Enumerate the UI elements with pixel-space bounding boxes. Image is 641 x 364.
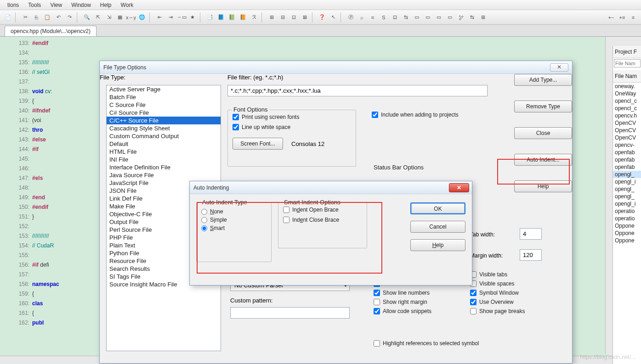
file-type-item[interactable]: C Source File <box>107 101 221 109</box>
project-file-item[interactable]: operatio <box>613 215 641 222</box>
toolbar-btn[interactable]: +≡ <box>617 12 627 22</box>
toolbar-btn[interactable]: ℛ <box>249 12 259 22</box>
file-type-item[interactable]: Active Server Page <box>107 85 221 93</box>
toolbar-btn[interactable]: ≡ <box>628 12 638 22</box>
menu-item[interactable]: Window <box>67 2 96 8</box>
toolbar-btn[interactable]: ⊞ <box>267 12 277 22</box>
toolbar-btn[interactable]: ⇱ <box>93 12 103 22</box>
close-icon[interactable]: ✕ <box>449 183 469 192</box>
tab-width-input[interactable] <box>520 228 542 240</box>
indent-open-brace-checkbox[interactable]: Indent Open Brace <box>283 207 362 213</box>
allow-snippets-checkbox[interactable]: Allow code snippets <box>374 308 438 314</box>
toolbar-btn[interactable]: x↔y <box>126 12 136 22</box>
toolbar-btn[interactable]: 📘 <box>216 12 226 22</box>
toolbar-btn[interactable]: ⌕ <box>357 12 367 22</box>
show-line-numbers-checkbox[interactable]: Show line numbers <box>374 290 438 296</box>
toolbar-btn[interactable]: ▭ <box>445 12 455 22</box>
toolbar-btn[interactable]: ▭ <box>412 12 422 22</box>
menu-item[interactable]: tions <box>3 2 23 8</box>
toolbar-btn[interactable]: ↖ <box>328 12 338 22</box>
file-type-item[interactable]: C/C++ Source File <box>107 117 221 124</box>
toolbar-btn[interactable]: ⇲ <box>104 12 114 22</box>
indent-none-radio[interactable]: None <box>201 208 267 215</box>
project-file-item[interactable]: Oppone <box>613 237 641 244</box>
project-file-item[interactable]: OneWay <box>613 90 641 97</box>
auto-indent-button[interactable]: Auto Indent... <box>514 154 572 166</box>
toolbar-btn[interactable]: ⇤ <box>154 12 165 22</box>
project-file-item[interactable]: openfab <box>613 163 641 171</box>
project-file-item[interactable]: OpenCV <box>613 119 641 127</box>
file-type-item[interactable]: Batch File <box>107 93 221 101</box>
project-file-item[interactable]: Oppone <box>613 230 641 237</box>
paste-icon[interactable]: 📋 <box>42 12 52 22</box>
cut-icon[interactable]: ✂ <box>20 12 30 22</box>
margin-width-input[interactable] <box>520 249 542 261</box>
toolbar-btn[interactable]: 📙 <box>238 12 248 22</box>
toolbar-btn[interactable]: ⊡ <box>390 12 400 22</box>
page-breaks-checkbox[interactable]: Show page breaks <box>470 308 525 314</box>
toolbar-btn[interactable]: 📄 <box>3 12 13 22</box>
toolbar-btn[interactable]: +− <box>606 12 616 22</box>
menu-item[interactable]: Work <box>116 2 138 8</box>
help-button[interactable]: Help <box>410 239 465 251</box>
toolbar-btn[interactable]: ⊞ <box>478 12 488 22</box>
custom-pattern-input[interactable] <box>230 307 350 319</box>
toolbar-btn[interactable]: 📗 <box>227 12 237 22</box>
highlight-refs-checkbox[interactable]: Highlight references to selected symbol <box>374 340 479 347</box>
project-file-item[interactable]: oneway. <box>613 83 641 90</box>
document-tab[interactable]: opencv.hpp (Module\...\opencv2) <box>5 26 96 36</box>
redo-icon[interactable]: ↷ <box>64 12 74 22</box>
project-filter-input[interactable] <box>614 59 641 67</box>
file-type-item[interactable]: HTML File <box>107 148 221 156</box>
copy-icon[interactable]: ⎘ <box>31 12 41 22</box>
file-type-item[interactable]: Custom Command Output <box>107 132 221 140</box>
file-filter-input[interactable] <box>227 85 488 96</box>
project-file-item[interactable]: opencv.h <box>613 112 641 119</box>
toolbar-btn[interactable]: ▦ <box>115 12 125 22</box>
project-file-item[interactable]: OpenCV <box>613 127 641 134</box>
visible-tabs-checkbox[interactable]: Visible tabs <box>470 271 525 278</box>
indent-simple-radio[interactable]: Simple <box>201 217 267 223</box>
project-file-item[interactable]: opencl_c <box>613 105 641 112</box>
toolbar-btn[interactable]: Ⓟ <box>346 12 356 22</box>
screen-font-button[interactable]: Screen Font... <box>233 138 283 150</box>
indent-close-brace-checkbox[interactable]: Indent Close Brace <box>283 217 362 223</box>
project-file-item[interactable]: OpenCV <box>613 134 641 141</box>
toolbar-btn[interactable]: 🔍 <box>82 12 92 22</box>
toolbar-btn[interactable]: ▭ <box>434 12 444 22</box>
close-button[interactable]: Close <box>514 127 572 139</box>
remove-type-button[interactable]: Remove Type <box>514 101 572 112</box>
file-type-item[interactable]: C# Source File <box>107 109 221 117</box>
show-right-margin-checkbox[interactable]: Show right margin <box>374 299 438 305</box>
toolbar-btn[interactable]: ❓ <box>317 12 327 22</box>
include-projects-checkbox[interactable]: Include when adding to projects <box>372 112 459 118</box>
menu-item[interactable]: Tools <box>23 2 45 8</box>
toolbar-btn[interactable]: ★ <box>187 12 198 22</box>
menu-item[interactable]: Help <box>96 2 116 8</box>
toolbar-btn[interactable]: ▭ <box>423 12 433 22</box>
project-file-item[interactable]: opengl_ <box>613 185 641 193</box>
toolbar-btn[interactable]: S <box>379 12 389 22</box>
toolbar-btn[interactable]: 🌐 <box>137 12 147 22</box>
toolbar-btn[interactable]: ⊠ <box>300 12 310 22</box>
project-file-item[interactable]: opengl_i <box>613 178 641 185</box>
project-file-item[interactable]: opencv- <box>613 141 641 149</box>
help-button[interactable]: Help <box>514 180 572 192</box>
lineup-whitespace-checkbox[interactable]: Line up white space <box>233 124 351 130</box>
toolbar-btn[interactable]: ⇥ <box>165 12 176 22</box>
menu-item[interactable]: View <box>45 2 67 8</box>
file-type-item[interactable]: Java Source File <box>107 171 221 179</box>
print-screen-fonts-checkbox[interactable]: Print using screen fonts <box>233 114 351 120</box>
toolbar-btn[interactable]: ⊟ <box>278 12 288 22</box>
toolbar-btn[interactable]: ⇆ <box>467 12 477 22</box>
symbol-window-checkbox[interactable]: Symbol Window <box>470 290 525 296</box>
cancel-button[interactable]: Cancel <box>410 221 465 233</box>
project-file-item[interactable]: Oppone <box>613 222 641 230</box>
project-file-item[interactable]: opengl_ <box>613 193 641 200</box>
toolbar-btn[interactable]: ≡ <box>368 12 378 22</box>
project-file-list[interactable]: oneway.OneWayopencl_copencl_copencv.hOpe… <box>613 83 641 244</box>
file-type-item[interactable]: Interface Definition File <box>107 163 221 171</box>
use-overview-checkbox[interactable]: Use Overview <box>470 299 525 305</box>
project-file-item[interactable]: openfab <box>613 156 641 163</box>
project-file-item[interactable]: opencl_c <box>613 97 641 105</box>
